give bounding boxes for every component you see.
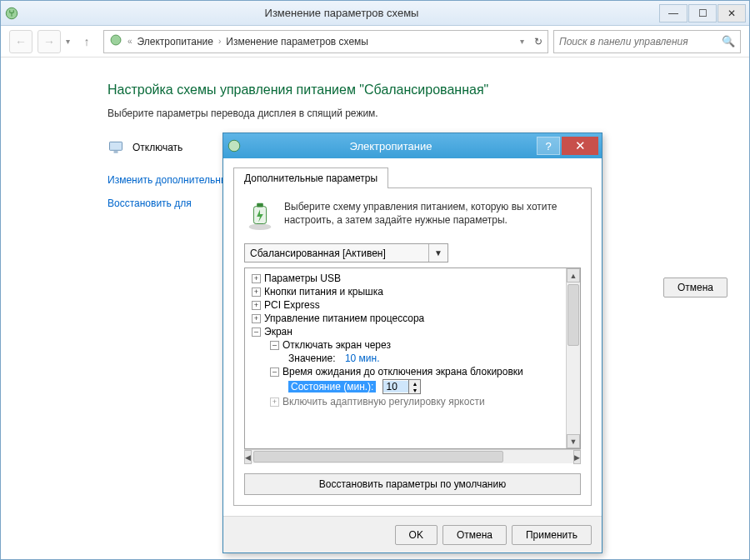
collapse-icon[interactable]: – [270, 341, 279, 350]
svg-point-1 [111, 35, 121, 45]
collapse-icon[interactable]: – [270, 368, 279, 377]
scroll-up-icon[interactable]: ▲ [567, 268, 580, 282]
expand-icon[interactable]: + [270, 398, 279, 407]
plan-selected: Сбалансированная [Активен] [250, 248, 386, 259]
page-title: Настройка схемы управления питанием "Сба… [108, 82, 749, 98]
svg-rect-3 [114, 151, 118, 153]
svg-point-4 [228, 140, 240, 152]
search-icon[interactable]: 🔍 [722, 35, 735, 48]
expand-icon[interactable]: + [252, 274, 261, 283]
dialog-close-button[interactable]: ✕ [562, 137, 598, 155]
settings-tree[interactable]: +Параметры USB +Кнопки питания и крышка … [245, 268, 566, 448]
expand-icon[interactable]: + [252, 288, 261, 297]
page-subtitle: Выберите параметры перевода дисплея в сп… [108, 108, 749, 119]
tree-hscrollbar[interactable]: ◀ ▶ [244, 449, 581, 463]
svg-rect-7 [257, 203, 263, 208]
help-button[interactable]: ? [537, 137, 560, 155]
svg-rect-2 [110, 142, 122, 150]
chevron-down-icon: ▼ [428, 244, 442, 262]
value-link[interactable]: 10 мин. [345, 352, 380, 364]
tab-advanced[interactable]: Дополнительные параметры [233, 168, 388, 188]
state-spinbox[interactable]: ▲ ▼ [382, 379, 421, 394]
turn-off-label: Отключать [132, 142, 182, 153]
scroll-thumb[interactable] [253, 451, 503, 462]
chevron-right-icon: › [218, 37, 221, 46]
ok-button[interactable]: OK [395, 525, 438, 545]
refresh-icon[interactable]: ↻ [534, 36, 542, 48]
spin-up-icon[interactable]: ▲ [409, 380, 420, 387]
search-bar[interactable]: 🔍 [553, 30, 741, 53]
tree-item-adaptive[interactable]: +Включить адаптивную регулировку яркости [247, 395, 564, 408]
tree-item-state[interactable]: Состояние (мин.): ▲ ▼ [247, 378, 564, 395]
tree-item-cpu[interactable]: +Управление питанием процессора [247, 312, 564, 325]
chevron-left-icon: « [128, 37, 132, 46]
expand-icon[interactable]: + [252, 301, 261, 310]
address-dropdown-icon[interactable]: ▾ [520, 37, 524, 46]
tree-item-pci[interactable]: +PCI Express [247, 298, 564, 312]
battery-icon [244, 200, 276, 232]
scroll-thumb[interactable] [568, 284, 579, 346]
monitor-icon [108, 139, 124, 156]
expand-icon[interactable]: + [252, 314, 261, 323]
cancel-button[interactable]: Отмена [442, 525, 507, 545]
apply-button[interactable]: Применить [512, 525, 592, 545]
spin-down-icon[interactable]: ▼ [409, 387, 420, 393]
maximize-button[interactable]: ☐ [688, 4, 717, 22]
breadcrumb-leaf[interactable]: Изменение параметров схемы [226, 36, 368, 48]
up-button[interactable]: ↑ [75, 30, 98, 53]
scroll-down-icon[interactable]: ▼ [567, 434, 580, 448]
scroll-left-icon[interactable]: ◀ [244, 450, 252, 464]
address-bar[interactable]: « Электропитание › Изменение параметров … [103, 30, 548, 53]
state-label: Состояние (мин.): [288, 381, 376, 392]
tree-item-display[interactable]: –Экран [247, 325, 564, 338]
tree-item-usb[interactable]: +Параметры USB [247, 272, 564, 285]
power-plan-icon [109, 33, 122, 49]
scroll-right-icon[interactable]: ▶ [573, 450, 581, 464]
collapse-icon[interactable]: – [252, 328, 261, 337]
close-button[interactable]: ✕ [718, 4, 746, 22]
forward-button[interactable]: → [38, 30, 61, 53]
dialog-titlebar[interactable]: Электропитание ? ✕ [223, 133, 602, 158]
value-label: Значение: [288, 352, 336, 364]
tree-item-value[interactable]: Значение: 10 мин. [247, 352, 564, 365]
restore-defaults-button[interactable]: Восстановить параметры по умолчанию [244, 473, 581, 495]
state-input[interactable] [383, 381, 408, 392]
window-title: Изменение параметров схемы [24, 7, 659, 19]
navbar: ← → ▾ ↑ « Электропитание › Изменение пар… [1, 26, 749, 58]
minimize-button[interactable]: — [659, 4, 688, 22]
back-button[interactable]: ← [9, 30, 32, 53]
tree-vscrollbar[interactable]: ▲ ▼ [566, 268, 580, 448]
dialog-intro: Выберите схему управления питанием, кото… [284, 200, 581, 232]
tree-item-buttons[interactable]: +Кнопки питания и крышка [247, 285, 564, 298]
power-options-dialog: Электропитание ? ✕ Дополнительные параме… [222, 132, 602, 553]
recent-dropdown-icon[interactable]: ▾ [66, 37, 70, 46]
plan-select[interactable]: Сбалансированная [Активен] ▼ [244, 243, 448, 262]
search-input[interactable] [559, 36, 722, 48]
page-cancel-button[interactable]: Отмена [663, 278, 728, 298]
power-plan-icon [227, 138, 242, 153]
dialog-title: Электропитание [245, 140, 537, 152]
tree-item-lock-wait[interactable]: –Время ожидания до отключения экрана бло… [247, 365, 564, 378]
svg-point-5 [249, 224, 272, 231]
tree-item-turn-off[interactable]: –Отключать экран через [247, 338, 564, 352]
power-plan-icon [4, 6, 19, 21]
breadcrumb-root[interactable]: Электропитание [138, 36, 213, 48]
main-titlebar: Изменение параметров схемы — ☐ ✕ [1, 1, 749, 26]
